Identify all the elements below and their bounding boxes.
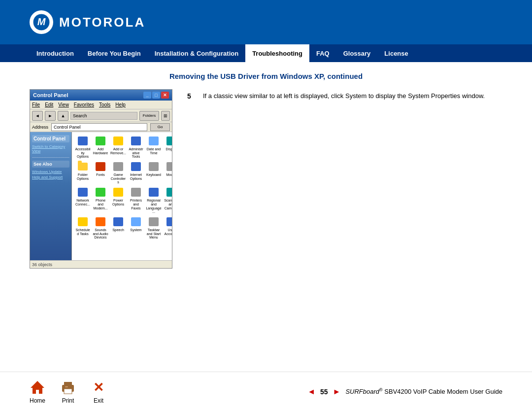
statusbar-text: 36 objects <box>32 262 52 267</box>
menu-help[interactable]: Help <box>115 102 126 107</box>
nav-faq[interactable]: FAQ <box>309 44 336 62</box>
motorola-m-icon: M <box>33 13 50 31</box>
icon-taskbar[interactable]: Taskbar and Start Menu <box>146 216 162 240</box>
power-icon <box>112 186 124 198</box>
icon-accessibility[interactable]: Accessibility Options <box>75 135 91 159</box>
address-value: Control Panel <box>54 125 81 130</box>
icon-scanners[interactable]: Scanners and Cameras <box>164 186 172 214</box>
exit-nav-item[interactable]: ✕ Exit <box>91 379 106 404</box>
scanners-icon <box>166 186 172 198</box>
icon-folder-options[interactable]: Folder Options <box>75 161 91 184</box>
win-controls: _ □ ✕ <box>143 92 169 99</box>
menu-view[interactable]: View <box>58 102 69 107</box>
icon-phone-modem[interactable]: Phone and Modem... <box>93 186 108 214</box>
icon-regional[interactable]: Regional and Language... <box>146 186 162 214</box>
go-btn[interactable]: Go <box>150 123 170 131</box>
home-nav-item[interactable]: Home <box>30 379 45 404</box>
icon-printers[interactable]: Printers and Faxes <box>128 186 144 214</box>
sidebar-section-main: Control Panel Switch to Category View <box>32 135 69 153</box>
nav-introduction[interactable]: Introduction <box>30 44 81 62</box>
nav-bar: Introduction Before You Begin Installati… <box>0 44 532 62</box>
switch-view-link[interactable]: Switch to Category View <box>32 144 69 153</box>
internet-options-icon <box>130 161 142 172</box>
help-support-link[interactable]: Help and Support <box>32 175 69 179</box>
icon-user-accounts[interactable]: User Accounts <box>164 216 172 240</box>
menu-favorites[interactable]: Favorites <box>74 102 94 107</box>
print-icon <box>60 379 76 395</box>
menu-edit[interactable]: Edit <box>45 102 53 107</box>
win-maximize-btn[interactable]: □ <box>152 92 160 99</box>
step-content: 5 If a classic view similar to at left i… <box>187 89 502 101</box>
print-nav-item[interactable]: Print <box>60 379 76 404</box>
search-box[interactable]: Search <box>70 112 137 120</box>
sounds-icon <box>95 216 106 228</box>
svg-marker-2 <box>31 381 44 394</box>
taskbar-icon <box>148 216 160 228</box>
icon-add-remove[interactable]: Add or Remove... <box>110 135 126 159</box>
user-accounts-icon <box>166 216 172 228</box>
printer-svg <box>60 380 76 395</box>
print-label: Print <box>62 397 74 404</box>
nav-glossary[interactable]: Glossary <box>336 44 378 62</box>
system-icon <box>130 216 142 228</box>
views-btn[interactable]: ⊞ <box>161 111 170 121</box>
svg-text:M: M <box>37 16 46 27</box>
icon-admin-tools[interactable]: Administrative Tools <box>128 135 144 159</box>
nav-troubleshooting[interactable]: Troubleshooting <box>245 44 309 62</box>
icon-fonts[interactable]: Fonts <box>93 161 108 184</box>
exit-icon: ✕ <box>91 379 106 395</box>
nav-before-you-begin[interactable]: Before You Begin <box>81 44 148 62</box>
icon-keyboard[interactable]: Keyboard <box>146 161 162 184</box>
footer-right: ◄ 55 ► SURFboard® SBV4200 VoIP Cable Mod… <box>307 387 502 396</box>
sidebar-header: Control Panel <box>32 135 69 142</box>
icon-network[interactable]: Network Connec... <box>75 186 91 214</box>
icon-power[interactable]: Power Options <box>110 186 126 214</box>
folder-options-icon <box>77 161 89 172</box>
folders-btn[interactable]: Folders <box>139 111 159 121</box>
menu-tools[interactable]: Tools <box>99 102 110 107</box>
nav-license[interactable]: License <box>377 44 415 62</box>
svg-rect-4 <box>64 382 72 386</box>
main-content: Control Panel _ □ ✕ File Edit View Favor… <box>30 89 502 269</box>
icon-system[interactable]: System <box>128 216 144 240</box>
up-btn[interactable]: ▲ <box>58 111 68 121</box>
icon-date-time[interactable]: Date and Time <box>146 135 162 159</box>
prev-page-arrow[interactable]: ◄ <box>307 387 315 396</box>
win-close-btn[interactable]: ✕ <box>161 92 169 99</box>
win-title: Control Panel <box>33 92 68 98</box>
menu-file[interactable]: File <box>32 102 40 107</box>
icon-display[interactable]: Display <box>164 135 172 159</box>
icon-game-controllers[interactable]: Game Controllers <box>110 161 126 184</box>
printers-icon <box>130 186 142 198</box>
logo-circle: M <box>30 10 53 34</box>
forward-btn[interactable]: ► <box>45 111 56 121</box>
back-btn[interactable]: ◄ <box>32 111 43 121</box>
brand-name: MOTOROLA <box>59 15 145 30</box>
icon-add-hardware[interactable]: Add Hardware <box>93 135 108 159</box>
icons-grid: Accessibility Options Add Hardware <box>75 135 169 240</box>
win-minimize-btn[interactable]: _ <box>143 92 151 99</box>
icon-mouse[interactable]: Mouse <box>164 161 172 184</box>
content-area: Removing the USB Driver from Windows XP,… <box>0 62 532 372</box>
motorola-logo: M MOTOROLA <box>30 10 145 34</box>
icon-internet-options[interactable]: Internet Options <box>128 161 144 184</box>
page-number: 55 <box>320 388 328 396</box>
next-page-arrow[interactable]: ► <box>333 387 341 396</box>
step-text: If a classic view similar to at left is … <box>203 91 485 101</box>
icon-speech[interactable]: Speech <box>110 216 126 240</box>
win-statusbar: 36 objects <box>30 260 172 268</box>
nav-installation[interactable]: Installation & Configuration <box>148 44 245 62</box>
win-icons-area: Accessibility Options Add Hardware <box>72 132 172 260</box>
date-time-icon <box>148 135 160 147</box>
footer: Home Print ✕ Exit <box>0 372 532 411</box>
windows-update-link[interactable]: Windows Update <box>32 170 69 174</box>
win-body: Control Panel Switch to Category View Se… <box>30 132 172 260</box>
scheduled-tasks-icon <box>77 216 89 228</box>
address-input[interactable]: Control Panel <box>51 123 147 131</box>
mouse-icon <box>166 161 172 172</box>
speech-icon <box>112 216 124 228</box>
home-icon <box>30 379 45 395</box>
icon-scheduled-tasks[interactable]: Scheduled Tasks <box>75 216 91 240</box>
icon-sounds[interactable]: Sounds and Audio Devices <box>93 216 108 240</box>
win-titlebar: Control Panel _ □ ✕ <box>30 90 172 101</box>
